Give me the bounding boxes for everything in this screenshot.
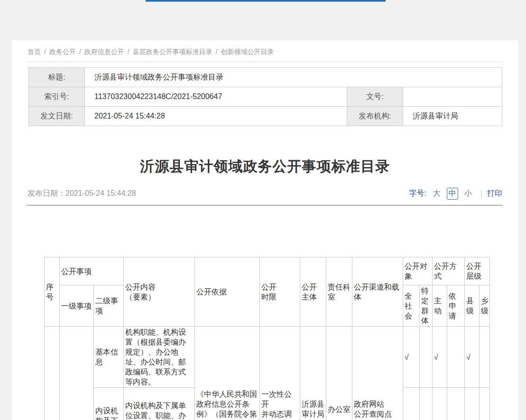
header-county-level: 县 级 (465, 285, 480, 327)
breadcrumb-divider (28, 62, 502, 62)
header-township-level: 乡 级 (480, 285, 490, 327)
font-size-controls: 字号: 大 中 小 | 打印 (409, 188, 502, 200)
catalog-table: 序 号 公开事项 公开内容 （要素） 公开依据 公开 时限 公开 主体 责任科 … (44, 257, 490, 420)
header-method: 公开方式 (433, 257, 465, 285)
catalog-header-row-1: 序 号 公开事项 公开内容 （要素） 公开依据 公开 时限 公开 主体 责任科 … (45, 257, 490, 285)
font-size-label: 字号: (409, 189, 426, 199)
cell-channels: 政府网站 公开查阅点 (352, 327, 403, 420)
meta-row-title: 标题: 沂源县审计领域政务公开事项标准目录 (29, 68, 502, 87)
breadcrumb-standard-catalog[interactable]: 基层政务公开事项标准目录 (133, 48, 212, 55)
cell-content: 内设机构及下属单位设置、职能、办公地址、办公时间、联系方式、负责人姓名等 (124, 388, 195, 420)
cell-basis: 《中华人民共和国政府信息公开条例》（国务院令第711号） (195, 327, 260, 420)
article-divider (26, 205, 502, 206)
header-proactive: 主 动 (433, 285, 447, 327)
cell-content: 机构职能、机构设置（根据县委编办规定）、办公地址、办公时间、邮政编码、联系方式等… (124, 327, 195, 388)
header-channels: 公开渠道和载 体 (352, 257, 403, 327)
index-number-label: 索引号: (29, 87, 85, 107)
cell-seq-no (45, 327, 60, 420)
breadcrumb: 首页/政务公开/政府信息公开/基层政务公开事项标准目录/创新领域公开目录 (28, 48, 274, 56)
breadcrumb-separator: / (216, 48, 218, 55)
doc-number-value (403, 87, 502, 107)
breadcrumb-separator: / (79, 48, 81, 55)
cell-county-check: √ (465, 327, 480, 388)
meta-row-index: 索引号: 11370323004223148C/2021-5200647 文号: (29, 87, 502, 107)
header-specific-group: 特 定 群 体 (420, 285, 433, 327)
site-nav-bar (146, 0, 386, 2)
header-open-items: 公开事项 (60, 257, 124, 285)
breadcrumb-home[interactable]: 首页 (28, 48, 41, 55)
font-size-large-button[interactable]: 大 (432, 188, 442, 199)
content-card: 首页/政务公开/政府信息公开/基层政务公开事项标准目录/创新领域公开目录 标题:… (12, 40, 518, 420)
print-button[interactable]: 打印 (487, 189, 502, 199)
cell-township-check (480, 388, 490, 420)
cell-level2-item: 基本信 息 (94, 327, 124, 388)
issuing-org-label: 发布机构: (347, 107, 403, 126)
header-subject: 公开 主体 (300, 257, 326, 327)
header-basis: 公开依据 (195, 257, 260, 327)
header-on-request: 依申 请 (447, 285, 465, 327)
breadcrumb-info-disclosure[interactable]: 政府信息公开 (84, 48, 124, 55)
breadcrumb-separator: / (44, 48, 46, 55)
header-time-limit: 公开 时限 (260, 257, 300, 327)
cell-specific-group-check (420, 327, 433, 388)
header-level1-item: 一级事项 (60, 285, 94, 327)
header-seq-no: 序 号 (45, 257, 60, 327)
page: 首页/政务公开/政府信息公开/基层政务公开事项标准目录/创新领域公开目录 标题:… (0, 0, 526, 420)
issue-date-label: 发文日期: (29, 107, 85, 126)
breadcrumb-separator: / (128, 48, 129, 55)
cell-proactive-check: √ (433, 388, 447, 420)
cell-proactive-check: √ (433, 327, 447, 388)
issuing-org-value: 沂源县审计局 (403, 107, 502, 126)
title-label: 标题: (29, 68, 85, 87)
font-size-small-button[interactable]: 小 (463, 188, 473, 199)
title-value: 沂源县审计领域政务公开事项标准目录 (85, 68, 502, 87)
breadcrumb-innovation-catalog[interactable]: 创新领域公开目录 (221, 48, 274, 55)
header-level: 公开 层级 (465, 257, 490, 285)
header-audience: 公开对 象 (403, 257, 433, 285)
publish-date: 发布日期：2021-05-24 15:44:28 (28, 189, 136, 199)
cell-specific-group-check (420, 388, 433, 420)
header-dept: 责任科 室 (326, 257, 352, 327)
publish-date-value: 2021-05-24 15:44:28 (65, 189, 136, 197)
controls-separator: | (480, 190, 482, 198)
table-row: 基本信 息 机构职能、机构设置（根据县委编办规定）、办公地址、办公时间、邮政编码… (45, 327, 490, 388)
cell-township-check (480, 327, 490, 388)
index-number-value: 11370323004223148C/2021-5200647 (85, 87, 347, 107)
cell-time-limit: 一次性公开 并动态调整 (260, 327, 300, 420)
document-meta-table: 标题: 沂源县审计领域政务公开事项标准目录 索引号: 1137032300422… (28, 67, 502, 126)
doc-number-label: 文号: (347, 87, 403, 107)
font-size-medium-button[interactable]: 中 (447, 188, 458, 200)
cell-level1-item (60, 327, 94, 420)
cell-all-society-check: √ (403, 388, 420, 420)
page-title: 沂源县审计领域政务公开事项标准目录 (12, 157, 518, 176)
article-meta-bar: 发布日期：2021-05-24 15:44:28 字号: 大 中 小 | 打印 (28, 188, 502, 200)
meta-row-date: 发文日期: 2021-05-24 15:44:28 发布机构: 沂源县审计局 (29, 107, 502, 126)
publish-date-label: 发布日期： (28, 189, 65, 197)
cell-on-request-check (447, 327, 465, 388)
cell-subject: 沂源县 审计局 (300, 327, 326, 420)
cell-on-request-check (447, 388, 465, 420)
cell-level2-item: 内设机构及下属事业单位 (94, 388, 124, 420)
issue-date-value: 2021-05-24 15:44:28 (85, 107, 347, 126)
header-level2-item: 二级事 项 (94, 285, 124, 327)
breadcrumb-zwgk[interactable]: 政务公开 (49, 48, 76, 55)
cell-dept: 办公室 (326, 327, 352, 420)
cell-county-check: √ (465, 388, 480, 420)
header-all-society: 全社 会 (403, 285, 420, 327)
header-content: 公开内容 （要素） (124, 257, 195, 327)
cell-all-society-check: √ (403, 327, 420, 388)
